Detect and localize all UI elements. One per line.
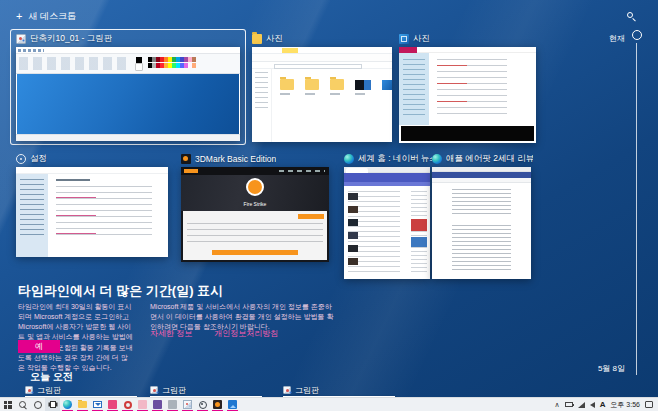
tile-title: 세계 홈 : 네이버 뉴스 외... <box>358 153 432 165</box>
preview-address-bar <box>252 62 392 69</box>
preview-hero: Fire Strike <box>181 175 329 211</box>
taskbar-app-red-button[interactable] <box>120 398 135 411</box>
preview-paragraph-gap <box>452 217 511 223</box>
preview-titlebar <box>181 167 329 175</box>
system-tray: ∧ A 오후 3:56 <box>555 398 658 411</box>
preview-titlebar <box>252 47 392 54</box>
taskbar-app-pink-button[interactable] <box>105 398 120 411</box>
settings-window-preview <box>16 167 168 257</box>
preview-titlebar <box>16 47 240 54</box>
taskbar-edge-button[interactable] <box>60 398 75 411</box>
taskbar-settings-button[interactable] <box>195 398 210 411</box>
task-view-button[interactable] <box>45 398 60 411</box>
photos-icon <box>399 34 409 44</box>
taskbar-photos-button[interactable] <box>225 398 240 411</box>
taskbar-explorer-button[interactable] <box>75 398 90 411</box>
yes-button[interactable]: 예 <box>18 340 60 353</box>
windows-logo-icon <box>4 401 12 409</box>
window-tile-edge-article[interactable]: 애플 에어팟 2세대 리뷰.do... <box>432 153 533 279</box>
preview-text-lines <box>437 59 507 119</box>
tile-header: 사진 <box>399 33 536 45</box>
tile-header: 그림판 <box>25 385 137 395</box>
preview-site-subheader <box>344 182 430 186</box>
promo-links: 자세한 정보 개인정보처리방침 <box>150 328 278 339</box>
taskbar-3dmark-button[interactable] <box>210 398 225 411</box>
privacy-policy-link[interactable]: 개인정보처리방침 <box>214 328 278 339</box>
preview-palette <box>148 57 196 62</box>
taskbar-mail-button[interactable] <box>90 398 105 411</box>
window-tile-edge-news[interactable]: 세계 홈 : 네이버 뉴스 외... <box>344 153 432 279</box>
preview-link-lines <box>437 65 467 66</box>
timeline-scrubber-handle[interactable] <box>632 30 642 40</box>
tile-header: 3DMark Basic Edition <box>181 153 329 165</box>
3dmark-icon <box>181 154 191 164</box>
window-tile-explorer-pictures[interactable]: 사진 <box>252 33 392 142</box>
tile-title: 3DMark Basic Edition <box>195 154 276 164</box>
preview-benchmark-name: Fire Strike <box>181 201 329 207</box>
preview-main <box>48 174 168 257</box>
preview-link-lines <box>56 197 96 198</box>
paint-icon <box>150 386 158 394</box>
preview-palette-row2 <box>148 63 196 68</box>
folder-thumb <box>330 79 344 90</box>
photos-window-preview <box>399 47 536 143</box>
preview-sidebar <box>399 53 429 125</box>
preview-progress-bar <box>212 250 298 255</box>
gray-app-icon <box>168 400 177 409</box>
preview-ad-block2 <box>411 237 427 247</box>
timeline-scrubber-rail[interactable] <box>636 43 637 375</box>
tile-title: 그림판 <box>295 385 319 396</box>
red-ring-app-icon <box>124 401 132 409</box>
taskbar-search-button[interactable] <box>15 398 30 411</box>
paint-icon <box>25 386 33 394</box>
taskbar-paint-button[interactable] <box>180 398 195 411</box>
preview-ad-block <box>411 219 427 231</box>
timeline-search-icon[interactable] <box>627 12 636 21</box>
gear-icon <box>16 154 26 164</box>
image-thumb <box>355 80 371 90</box>
task-view-screen: + 새 데스크톱 현재 5월 8일 단축키10_01 - 그림판 <box>0 0 658 411</box>
ime-indicator[interactable]: A <box>600 400 606 409</box>
new-desktop-button[interactable]: + 새 데스크톱 <box>16 10 76 23</box>
preview-sidebar <box>16 174 48 257</box>
network-icon[interactable] <box>578 402 585 408</box>
preview-canvas <box>17 74 239 134</box>
volume-icon[interactable] <box>590 402 595 408</box>
cortana-button[interactable] <box>30 398 45 411</box>
search-handle <box>632 18 636 22</box>
taskbar-left <box>0 398 240 411</box>
preview-article-text <box>452 189 511 273</box>
preview-tools <box>19 57 129 70</box>
tile-header: 사진 <box>252 33 392 45</box>
window-tile-3dmark[interactable]: 3DMark Basic Edition Fire Strike <box>181 153 329 262</box>
explorer-window-preview <box>252 47 392 142</box>
paint-window-preview <box>16 47 240 141</box>
preview-orange-button <box>298 214 324 219</box>
edge-icon <box>432 154 442 164</box>
pink-app-icon <box>108 400 117 409</box>
tile-title: 사진 <box>413 33 430 45</box>
lightpink-app-icon <box>138 400 147 409</box>
tile-header: 세계 홈 : 네이버 뉴스 외... <box>344 153 432 165</box>
tray-chevron-icon[interactable]: ∧ <box>555 398 560 411</box>
window-tile-photos[interactable]: 사진 <box>399 33 536 143</box>
tile-title: 단축키10_01 - 그림판 <box>30 33 112 45</box>
preview-article-list <box>348 191 400 275</box>
preview-file-names <box>280 93 372 95</box>
taskbar-app-lightpink-button[interactable] <box>135 398 150 411</box>
battery-icon[interactable] <box>565 402 573 407</box>
action-center-icon[interactable] <box>645 401 653 408</box>
taskbar-app-purple-button[interactable] <box>150 398 165 411</box>
paint-icon <box>183 400 192 409</box>
preview-nav-pane <box>252 69 272 142</box>
taskbar-clock[interactable]: 오후 3:56 <box>610 400 640 410</box>
start-button[interactable] <box>0 398 15 411</box>
promo-body-left: 타임라인에 최대 30일의 활동이 표시되며 Microsoft 계정으로 로그… <box>18 302 133 373</box>
preview-side-column <box>411 191 427 275</box>
taskbar-app-gray-button[interactable] <box>165 398 180 411</box>
today-section-header: 오늘 오전 <box>30 370 73 384</box>
more-info-link[interactable]: 자세한 정보 <box>150 328 192 339</box>
preview-media-strip <box>401 126 534 141</box>
window-tile-settings[interactable]: 설정 <box>16 153 168 257</box>
window-tile-paint[interactable]: 단축키10_01 - 그림판 <box>10 29 246 145</box>
